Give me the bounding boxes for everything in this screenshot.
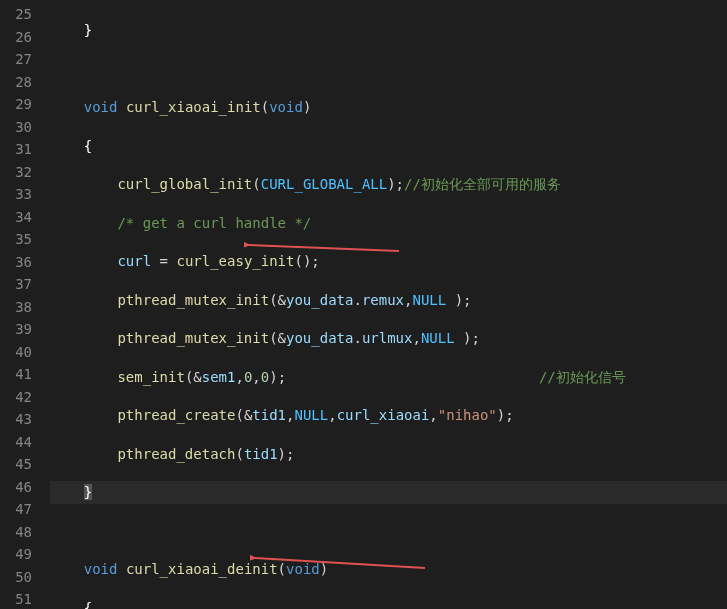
code-line[interactable]: pthread_mutex_init(&you_data.urlmux,NULL…	[50, 327, 727, 350]
code-line[interactable]: {	[50, 597, 727, 610]
line-number: 47	[0, 498, 32, 521]
code-line[interactable]: curl = curl_easy_init();	[50, 250, 727, 273]
line-number: 42	[0, 386, 32, 409]
line-number: 44	[0, 431, 32, 454]
line-number: 25	[0, 3, 32, 26]
code-line[interactable]: void curl_xiaoai_deinit(void)	[50, 558, 727, 581]
code-area[interactable]: } void curl_xiaoai_init(void) { curl_glo…	[42, 0, 727, 609]
code-line[interactable]: {	[50, 135, 727, 158]
code-line[interactable]: sem_init(&sem1,0,0); //初始化信号	[50, 366, 727, 389]
line-number: 30	[0, 116, 32, 139]
code-line[interactable]: }	[50, 19, 727, 42]
line-number: 39	[0, 318, 32, 341]
code-line[interactable]: void curl_xiaoai_init(void)	[50, 96, 727, 119]
line-number: 51	[0, 588, 32, 609]
line-number: 32	[0, 161, 32, 184]
code-line[interactable]: pthread_mutex_init(&you_data.remux,NULL …	[50, 289, 727, 312]
line-number: 40	[0, 341, 32, 364]
line-number: 31	[0, 138, 32, 161]
line-number: 34	[0, 206, 32, 229]
line-number: 29	[0, 93, 32, 116]
line-number: 45	[0, 453, 32, 476]
code-line[interactable]: pthread_detach(tid1);	[50, 443, 727, 466]
line-number: 28	[0, 71, 32, 94]
line-number: 36	[0, 251, 32, 274]
code-editor: 25 26 27 28 29 30 31 32 33 34 35 36 37 3…	[0, 0, 727, 609]
line-number: 26	[0, 26, 32, 49]
code-line-active[interactable]: }	[50, 481, 727, 504]
line-number-gutter: 25 26 27 28 29 30 31 32 33 34 35 36 37 3…	[0, 0, 42, 609]
line-number: 35	[0, 228, 32, 251]
code-line[interactable]: /* get a curl handle */	[50, 212, 727, 235]
line-number: 50	[0, 566, 32, 589]
line-number: 37	[0, 273, 32, 296]
line-number: 41	[0, 363, 32, 386]
line-number: 38	[0, 296, 32, 319]
code-line[interactable]: curl_global_init(CURL_GLOBAL_ALL);//初始化全…	[50, 173, 727, 196]
line-number: 43	[0, 408, 32, 431]
line-number: 48	[0, 521, 32, 544]
line-number: 49	[0, 543, 32, 566]
code-line[interactable]	[50, 520, 727, 543]
code-line[interactable]	[50, 58, 727, 81]
code-line[interactable]: pthread_create(&tid1,NULL,curl_xiaoai,"n…	[50, 404, 727, 427]
line-number: 46	[0, 476, 32, 499]
line-number: 27	[0, 48, 32, 71]
line-number: 33	[0, 183, 32, 206]
